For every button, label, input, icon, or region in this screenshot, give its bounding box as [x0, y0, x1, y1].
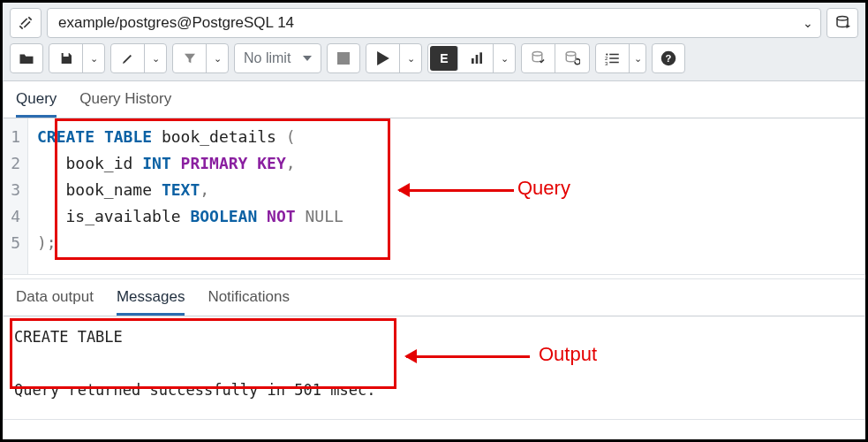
tab-data-output[interactable]: Data output: [16, 288, 94, 316]
annotation-label-query: Query: [517, 177, 570, 200]
rollback-button[interactable]: [555, 44, 589, 72]
results-panel: Data outputMessagesNotifications CREATE …: [3, 278, 865, 420]
annotation-label-output: Output: [539, 343, 597, 366]
list-icon[interactable]: 2 3: [596, 44, 630, 72]
messages-body: CREATE TABLE Query returned successfully…: [4, 316, 864, 419]
execute-dropdown[interactable]: ⌄: [400, 44, 421, 72]
explain-analyze-button[interactable]: [460, 44, 494, 72]
svg-text:3: 3: [605, 61, 608, 66]
save-icon[interactable]: [49, 44, 83, 72]
svg-point-0: [837, 17, 848, 21]
explain-group: E ⌄: [427, 43, 516, 73]
tab-query[interactable]: Query: [16, 90, 57, 118]
editor-panel: QueryQuery History 12345 CREATE TABLE bo…: [3, 80, 865, 275]
svg-point-10: [606, 53, 608, 55]
pencil-icon[interactable]: [111, 44, 145, 72]
filter-dropdown[interactable]: ⌄: [207, 44, 228, 72]
row-limit-select[interactable]: No limit: [234, 43, 321, 73]
svg-rect-13: [609, 57, 619, 59]
svg-marker-3: [377, 51, 389, 65]
chevron-down-icon: ⌄: [803, 16, 813, 30]
svg-text:?: ?: [666, 53, 672, 64]
filter-split-button[interactable]: ⌄: [172, 43, 229, 73]
svg-rect-15: [609, 62, 619, 64]
svg-marker-9: [577, 57, 579, 60]
svg-rect-11: [609, 54, 619, 56]
save-dropdown[interactable]: ⌄: [83, 44, 104, 72]
stop-button[interactable]: [327, 43, 360, 73]
edit-dropdown[interactable]: ⌄: [145, 44, 166, 72]
annotation-arrow-query: [399, 189, 514, 192]
svg-point-8: [567, 52, 577, 57]
connection-select[interactable]: example/postgres@PostgreSQL 14 ⌄: [47, 8, 821, 38]
toolbar: ⌄ ⌄ ⌄ No limit ⌄ E: [10, 43, 858, 80]
result-tabs: Data outputMessagesNotifications: [4, 279, 864, 316]
triangle-down-icon: [303, 56, 312, 61]
svg-rect-5: [476, 55, 479, 64]
editor-code[interactable]: CREATE TABLE book_details ( book_id INT …: [28, 118, 352, 274]
commit-rollback-group: [521, 43, 590, 73]
explain-dropdown[interactable]: ⌄: [494, 44, 515, 72]
tab-notifications[interactable]: Notifications: [208, 288, 290, 316]
sql-editor[interactable]: 12345 CREATE TABLE book_details ( book_i…: [4, 118, 864, 274]
play-icon[interactable]: [366, 44, 400, 72]
server-icon-button[interactable]: [826, 8, 858, 38]
help-button[interactable]: ?: [652, 43, 685, 73]
save-split-button[interactable]: ⌄: [49, 43, 105, 73]
svg-rect-4: [472, 58, 474, 64]
execute-split-button[interactable]: ⌄: [366, 43, 422, 73]
tab-query-history[interactable]: Query History: [79, 90, 171, 118]
svg-rect-2: [337, 52, 350, 65]
commit-button[interactable]: [522, 44, 555, 72]
connection-bar: example/postgres@PostgreSQL 14 ⌄: [10, 8, 858, 38]
macros-split-button[interactable]: 2 3 ⌄: [595, 43, 646, 73]
svg-point-7: [532, 52, 542, 57]
explain-button[interactable]: E: [430, 46, 458, 71]
svg-rect-6: [479, 52, 482, 64]
open-file-button[interactable]: [10, 43, 43, 73]
annotation-arrow-output: [406, 355, 530, 358]
connection-status-icon[interactable]: [10, 8, 42, 38]
macros-dropdown[interactable]: ⌄: [630, 44, 645, 72]
editor-gutter: 12345: [4, 118, 28, 274]
row-limit-label: No limit: [244, 50, 291, 66]
connection-label: example/postgres@PostgreSQL 14: [58, 14, 294, 32]
editor-tabs: QueryQuery History: [4, 81, 864, 118]
edit-split-button[interactable]: ⌄: [110, 43, 167, 73]
filter-icon[interactable]: [173, 44, 207, 72]
tab-messages[interactable]: Messages: [117, 288, 185, 316]
